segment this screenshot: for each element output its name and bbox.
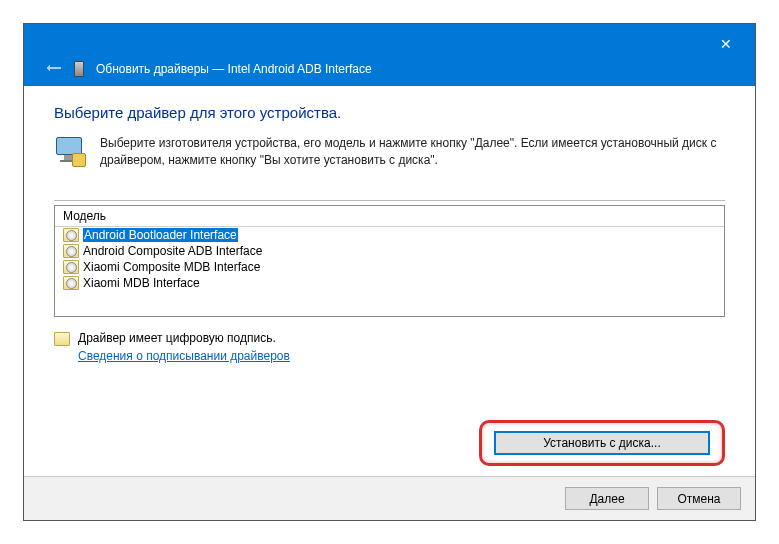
hardware-wizard-icon — [54, 135, 86, 167]
model-list-header[interactable]: Модель — [55, 206, 724, 227]
model-list: Модель Android Bootloader Interface Andr… — [54, 205, 725, 317]
model-item[interactable]: Android Bootloader Interface — [55, 227, 724, 243]
install-from-disk-button[interactable]: Установить с диска... — [494, 431, 710, 455]
back-arrow-icon[interactable]: 🠔 — [46, 60, 62, 78]
dialog-footer: Далее Отмена — [24, 476, 755, 520]
titlebar: ✕ 🠔 Обновить драйверы — Intel Android AD… — [24, 24, 755, 86]
driver-disk-icon — [63, 260, 79, 274]
signature-text: Драйвер имеет цифровую подпись. — [78, 331, 290, 345]
content-area: Выберите драйвер для этого устройства. В… — [24, 86, 755, 476]
next-button[interactable]: Далее — [565, 487, 649, 510]
signature-info-link[interactable]: Сведения о подписывании драйверов — [78, 349, 290, 363]
page-heading: Выберите драйвер для этого устройства. — [54, 104, 725, 121]
driver-disk-icon — [63, 276, 79, 290]
model-list-items[interactable]: Android Bootloader Interface Android Com… — [55, 227, 724, 315]
driver-disk-icon — [63, 244, 79, 258]
install-button-highlight: Установить с диска... — [479, 420, 725, 466]
model-item[interactable]: Android Composite ADB Interface — [55, 243, 724, 259]
instruction-text: Выберите изготовителя устройства, его мо… — [100, 135, 725, 170]
model-item[interactable]: Xiaomi MDB Interface — [55, 275, 724, 291]
cancel-button[interactable]: Отмена — [657, 487, 741, 510]
window-title: Обновить драйверы — Intel Android ADB In… — [96, 62, 372, 76]
signature-icon — [54, 332, 70, 346]
close-button[interactable]: ✕ — [705, 32, 747, 56]
dialog-window: ✕ 🠔 Обновить драйверы — Intel Android AD… — [23, 23, 756, 521]
driver-disk-icon — [63, 228, 79, 242]
model-item[interactable]: Xiaomi Composite MDB Interface — [55, 259, 724, 275]
device-icon — [74, 61, 84, 77]
